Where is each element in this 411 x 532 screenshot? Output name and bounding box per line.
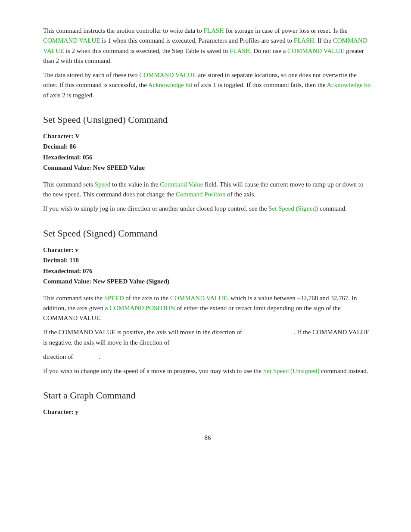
s2-text4: If you wish to change only the speed of … (43, 367, 263, 374)
s2-cv6: COMMAND VALUE (170, 295, 227, 302)
section1-desc1: This command sets Speed to the value in … (43, 180, 372, 200)
section2-cv: Command Value: New SPEED Value (Signed) (43, 277, 372, 286)
section2-title: Set Speed (Signed) Command (43, 228, 372, 239)
intro-text-2: The data stored by each of these two (43, 72, 139, 78)
intro-cv3: COMMAND VALUE (287, 47, 344, 54)
s2-text2: If the COMMAND VALUE is positive, the ax… (43, 329, 242, 336)
intro-text-1e: is 2 when this command is executed, the … (64, 47, 230, 54)
section2-desc4: If you wish to change only the speed of … (43, 366, 372, 376)
section1-dec: Decimal: 86 (43, 142, 372, 152)
intro-flash2: FLASH (294, 37, 314, 44)
s2-ssu: Set Speed (Unsigned) (263, 367, 320, 374)
section1-title: Set Speed (Unsigned) Command (43, 114, 372, 125)
s1-text2: If you wish to simply jog in one directi… (43, 205, 268, 212)
s2-cp2: COMMAND POSITION (109, 305, 175, 311)
intro-flash1: FLASH (203, 27, 224, 34)
section2-dec: Decimal: 118 (43, 255, 372, 265)
s1-text1d: of the axis. (225, 191, 255, 198)
s1-text2b: command. (318, 205, 347, 212)
s1-text1b: to the value in the (110, 181, 160, 188)
intro-cv1: COMMAND VALUE (43, 37, 100, 44)
intro-text-1f: . Do not use a (250, 47, 287, 54)
section2-char: Character: v (43, 245, 372, 255)
section3-specs: Character: y (43, 407, 372, 417)
s1-speed1: Speed (95, 181, 111, 188)
section1-char: Character: V (43, 131, 372, 141)
section2-desc3: direction of . (43, 352, 372, 362)
section1-cv: Command Value: New SPEED Value (43, 163, 372, 173)
s2-text4b: command instead. (320, 367, 368, 374)
section2-desc1: This command sets the SPEED of the axis … (43, 293, 372, 324)
s1-text1: This command sets (43, 181, 95, 188)
page-number: 86 (43, 434, 372, 442)
s1-sss: Set Speed (Signed) (268, 205, 318, 212)
s2-text1b: of the axis to the (124, 295, 170, 302)
section3-char: Character: y (43, 407, 372, 417)
section2-hex: Hexadecimal: 076 (43, 266, 372, 276)
s2-text1: This command sets the (43, 295, 104, 302)
intro-para2: The data stored by each of these two COM… (43, 70, 372, 100)
intro-text-1: This command instructs the motion contro… (43, 27, 203, 34)
intro-ackbit2: Acknowledge bit (327, 81, 371, 88)
intro-text-1c: is 1 when this command is executed, Para… (100, 37, 293, 44)
intro-text-1d: . If the (314, 37, 333, 44)
intro-ackbit1: Acknowledge bit (148, 81, 193, 88)
intro-para1: This command instructs the motion contro… (43, 26, 372, 66)
section1-specs: Character: V Decimal: 86 Hexadecimal: 05… (43, 131, 372, 173)
section2-specs: Character: v Decimal: 118 Hexadecimal: 0… (43, 245, 372, 286)
s1-cp1: Command Position (176, 191, 225, 198)
section3-title: Start a Graph Command (43, 390, 372, 401)
intro-text-1b: for storage in case of power loss or res… (224, 27, 348, 34)
intro-text-2c: of axis 1 is toggled. If this command fa… (193, 81, 327, 88)
intro-flash3: FLASH (230, 47, 250, 54)
section1-desc2: If you wish to simply jog in one directi… (43, 204, 372, 214)
s2-speed2: SPEED (104, 295, 124, 302)
s1-cv5: Command Value (160, 181, 203, 188)
section2-desc2: If the COMMAND VALUE is positive, the ax… (43, 327, 372, 348)
intro-text-2d: of axis 2 is toggled. (43, 92, 94, 99)
intro-cv4: COMMAND VALUE (139, 72, 196, 78)
section1-hex: Hexadecimal: 056 (43, 152, 372, 162)
